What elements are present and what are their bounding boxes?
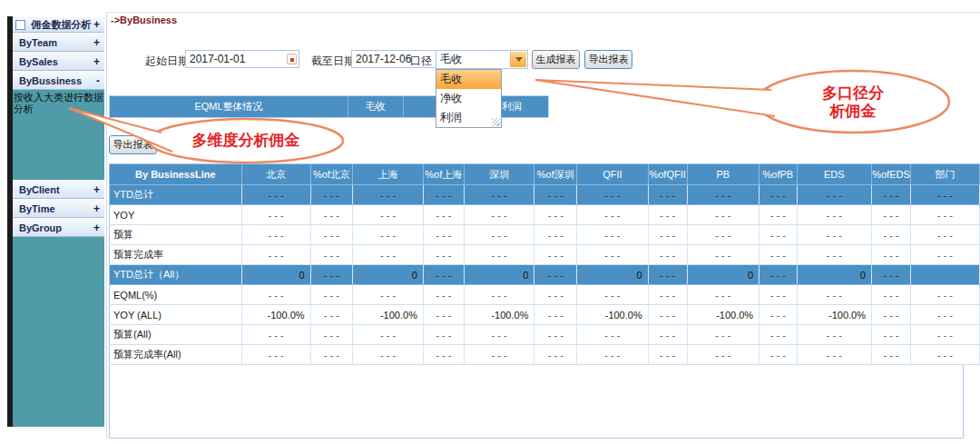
dropdown-option[interactable]: 毛收 (436, 70, 501, 89)
table-cell: - - - (464, 345, 534, 365)
table-row: 预算完成率(All)- - -- - -- - -- - -- - -- - -… (110, 345, 980, 365)
generate-report-button[interactable]: 生成报表 (532, 50, 580, 69)
sidebar-item-byclient[interactable]: ByClient+ (13, 180, 104, 199)
table-header-row: By BusinessLine北京%of北京上海%of上海深圳%of深圳QFII… (110, 164, 980, 185)
table-cell: - - - (910, 205, 979, 225)
expand-plus-icon[interactable]: + (93, 183, 104, 196)
table-cell: - - - (687, 285, 760, 305)
row-label: 预算 (110, 225, 242, 245)
table-cell: - - - (534, 245, 577, 265)
sidebar-item-bytime[interactable]: ByTime+ (13, 199, 104, 218)
expand-plus-icon[interactable]: + (93, 55, 104, 68)
table-cell: - - - (310, 305, 353, 325)
column-header: %ofEDS (871, 164, 910, 185)
sidebar-spacer (13, 117, 104, 180)
row-label: YOY (ALL) (110, 305, 242, 325)
row-label: YTD总计 (110, 185, 242, 205)
table-cell: - - - (464, 205, 534, 225)
table-cell: -100.0% (464, 305, 534, 325)
table-row: 预算(All)- - -- - -- - -- - -- - -- - -- -… (110, 325, 980, 345)
table-cell: - - - (310, 245, 353, 265)
table-cell: - - - (353, 325, 424, 345)
table-cell: - - - (423, 245, 464, 265)
column-header: 北京 (241, 164, 310, 185)
sidebar-item-label: ByTeam (13, 37, 93, 48)
export-report-button-lower[interactable]: 导出报表 (109, 135, 157, 154)
row-label: EQML(%) (110, 285, 242, 305)
table-cell: - - - (871, 305, 910, 325)
sidebar-item-bybussiness[interactable]: ByBussiness- (13, 71, 104, 90)
table-cell: - - - (577, 325, 649, 345)
table-cell: - - - (910, 345, 979, 365)
sidebar-root-item[interactable]: 佣金数据分析 + (13, 16, 104, 33)
table-cell: - - - (534, 265, 577, 285)
table-cell: 0 (797, 265, 871, 285)
table-cell: - - - (310, 285, 353, 305)
table-cell: - - - (687, 185, 760, 205)
table-cell: -100.0% (797, 305, 871, 325)
table-cell: - - - (464, 245, 534, 265)
expand-plus-icon[interactable]: + (93, 18, 104, 31)
table-cell: - - - (687, 325, 760, 345)
table-cell: 0 (241, 265, 310, 285)
callout-line: 多维度分析佣金 (152, 132, 339, 150)
column-header: 上海 (353, 164, 424, 185)
table-cell: - - - (310, 345, 353, 365)
table-cell: - - - (648, 325, 687, 345)
table-row: YOY- - -- - -- - -- - -- - -- - -- - -- … (110, 205, 980, 225)
sidebar-item-bysales[interactable]: BySales+ (13, 52, 104, 71)
start-date-input[interactable] (185, 50, 299, 68)
table-cell: - - - (871, 285, 910, 305)
callout-line: 析佣金 (785, 103, 921, 121)
table-cell: - - - (760, 225, 797, 245)
table-cell: - - - (648, 285, 687, 305)
table-cell: - - - (241, 345, 310, 365)
caliber-select[interactable]: 毛收 (436, 50, 528, 69)
column-header: 部门 (910, 164, 979, 185)
sidebar-group-top: ByTeam+BySales+ByBussiness- (13, 33, 104, 90)
export-report-button[interactable]: 导出报表 (584, 50, 632, 69)
table-cell: - - - (910, 285, 979, 305)
table-cell: - - - (648, 265, 687, 285)
content-left-divider (106, 12, 107, 439)
table-cell: - - - (464, 325, 534, 345)
table-cell: - - - (760, 345, 797, 365)
sidebar-item-bygroup[interactable]: ByGroup+ (13, 218, 104, 237)
table-row: YOY (ALL)-100.0%- - --100.0%- - --100.0%… (110, 305, 980, 325)
table-cell: - - - (577, 245, 649, 265)
sidebar-item-label: ByTime (13, 203, 93, 214)
table-cell: - - - (534, 305, 577, 325)
table-cell: - - - (648, 305, 687, 325)
table-cell: - - - (534, 345, 577, 365)
sidebar-group-bottom: ByClient+ByTime+ByGroup+ (13, 180, 104, 237)
collapse-minus-icon[interactable]: - (96, 74, 104, 87)
table-cell: 0 (464, 265, 534, 285)
table-cell: - - - (687, 205, 760, 225)
caliber-label: 口径 (410, 54, 432, 69)
table-cell: - - - (760, 305, 797, 325)
row-label: 预算完成率 (110, 245, 242, 265)
sidebar-active-description: 按收入大类进行数据分析 (13, 90, 104, 117)
table-cell: - - - (310, 325, 353, 345)
sidebar-item-byteam[interactable]: ByTeam+ (13, 33, 104, 52)
callout-ellipse (149, 119, 343, 163)
dropdown-option[interactable]: 净收 (436, 89, 501, 108)
sidebar-root-checkbox[interactable] (15, 20, 25, 30)
callout-tail (535, 80, 775, 116)
table-cell: - - - (648, 185, 687, 205)
expand-plus-icon[interactable]: + (93, 222, 104, 234)
table-cell: - - - (534, 185, 577, 205)
table-cell: - - - (797, 205, 871, 225)
table-cell: - - - (648, 345, 687, 365)
expand-plus-icon[interactable]: + (93, 202, 104, 215)
table-cell: - - - (910, 225, 979, 245)
resize-grip-icon[interactable] (492, 118, 500, 126)
table-cell: 0 (353, 265, 424, 285)
chevron-down-icon[interactable] (510, 52, 526, 67)
content-top-divider (107, 12, 980, 13)
table-cell: - - - (310, 225, 353, 245)
calendar-icon[interactable] (287, 54, 297, 64)
expand-plus-icon[interactable]: + (93, 36, 104, 49)
table-cell: - - - (577, 225, 649, 245)
table-cell: - - - (871, 205, 910, 225)
